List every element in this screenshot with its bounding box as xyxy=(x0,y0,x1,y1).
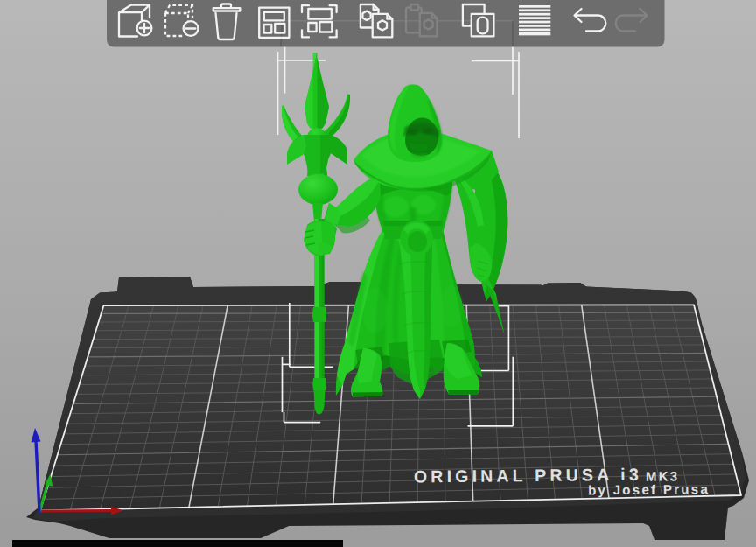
svg-text:by Josef Prusa: by Josef Prusa xyxy=(588,481,710,497)
